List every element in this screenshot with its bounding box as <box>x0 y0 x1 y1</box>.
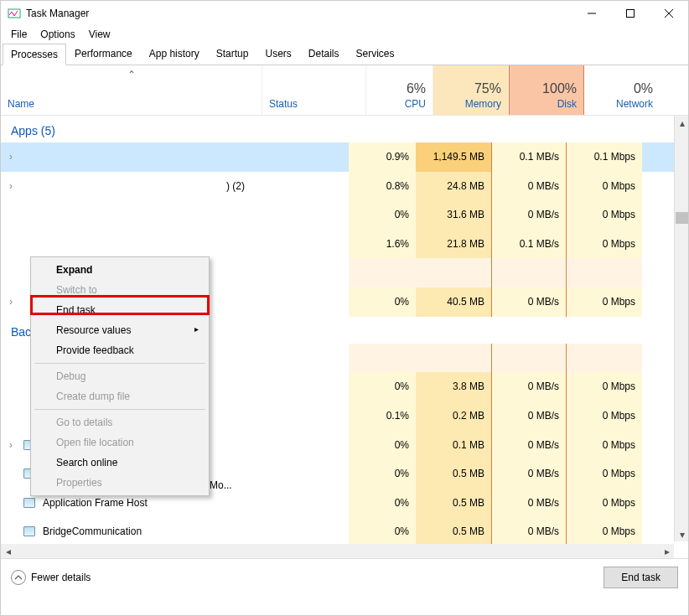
fewer-details-button[interactable]: Fewer details <box>11 570 91 585</box>
titlebar: Task Manager <box>1 1 688 26</box>
menu-bar: File Options View <box>1 26 688 43</box>
table-row[interactable]: 1.6% 21.8 MB 0.1 MB/s 0 Mbps <box>1 230 688 259</box>
context-resource-values[interactable]: Resource values▸ <box>33 320 207 340</box>
close-button[interactable] <box>650 1 688 26</box>
scroll-left-icon[interactable]: ◂ <box>1 544 15 558</box>
tab-processes[interactable]: Processes <box>3 44 66 65</box>
tab-users[interactable]: Users <box>256 43 299 65</box>
svg-rect-2 <box>627 10 635 18</box>
scroll-down-icon[interactable]: ▾ <box>675 527 688 541</box>
tab-details[interactable]: Details <box>300 43 348 65</box>
task-manager-icon <box>8 7 21 20</box>
chevron-right-icon: ▸ <box>194 324 199 334</box>
app-icon <box>21 526 38 536</box>
maximize-button[interactable] <box>611 1 650 26</box>
tab-services[interactable]: Services <box>348 43 403 65</box>
context-menu: Expand Switch to End task Resource value… <box>30 256 210 496</box>
table-row[interactable]: BridgeCommunication 0% 0.5 MB 0 MB/s 0 M… <box>1 517 688 546</box>
tab-bar: Processes Performance App history Startu… <box>1 43 688 65</box>
column-header-name[interactable]: ⌃ Name <box>1 65 262 115</box>
chevron-up-icon <box>11 570 26 585</box>
horizontal-scrollbar[interactable]: ◂ ▸ <box>1 544 674 558</box>
context-search-online[interactable]: Search online <box>33 453 207 473</box>
menu-separator <box>34 363 205 364</box>
context-properties: Properties <box>33 473 207 493</box>
context-debug: Debug <box>33 366 207 386</box>
app-icon <box>21 180 28 192</box>
tab-startup[interactable]: Startup <box>208 43 257 65</box>
table-row[interactable]: › XXXXXXXXXXXXXXXXXXXXXXXXXXXX) (2) 0.8%… <box>1 172 688 201</box>
expand-icon[interactable]: › <box>1 180 21 192</box>
window-title: Task Manager <box>26 8 89 19</box>
column-header-cpu[interactable]: 6% CPU <box>366 65 433 115</box>
vertical-scrollbar[interactable]: ▴ ▾ <box>674 116 688 541</box>
sort-caret-icon: ⌃ <box>127 69 136 80</box>
group-header-apps[interactable]: Apps (5) <box>1 116 688 142</box>
app-icon <box>21 151 38 163</box>
table-row[interactable]: › 0.9% 1,149.5 MB 0.1 MB/s 0.1 Mbps <box>1 142 688 172</box>
footer: Fewer details End task <box>1 558 688 596</box>
context-switch-to: Switch to <box>33 280 207 300</box>
window-controls <box>572 1 688 26</box>
context-end-task[interactable]: End task <box>33 300 207 320</box>
scroll-up-icon[interactable]: ▴ <box>675 116 688 130</box>
context-create-dump: Create dump file <box>33 386 207 406</box>
app-icon <box>21 498 38 508</box>
expand-icon[interactable]: › <box>1 296 21 308</box>
expand-icon[interactable] <box>1 238 21 250</box>
tab-app-history[interactable]: App history <box>141 43 208 65</box>
scroll-thumb[interactable] <box>676 212 688 224</box>
column-header-status[interactable]: Status <box>262 65 366 115</box>
context-expand[interactable]: Expand <box>33 260 207 280</box>
column-headers: ⌃ Name Status 6% CPU 75% Memory 100% Dis… <box>1 65 688 116</box>
context-open-file-location: Open file location <box>33 432 207 453</box>
column-header-memory[interactable]: 75% Memory <box>433 65 509 115</box>
scroll-right-icon[interactable]: ▸ <box>660 544 674 558</box>
table-row[interactable]: 0% 31.6 MB 0 MB/s 0 Mbps <box>1 200 688 230</box>
menu-file[interactable]: File <box>4 27 34 42</box>
tab-performance[interactable]: Performance <box>66 43 141 65</box>
menu-options[interactable]: Options <box>34 27 81 42</box>
expand-icon[interactable]: › <box>1 439 21 451</box>
expand-icon[interactable]: › <box>1 151 21 163</box>
end-task-button[interactable]: End task <box>604 567 678 588</box>
expand-icon[interactable] <box>1 209 21 220</box>
menu-separator <box>34 409 205 410</box>
process-table: ⌃ Name Status 6% CPU 75% Memory 100% Dis… <box>1 65 688 558</box>
column-header-network[interactable]: 0% Network <box>584 65 660 115</box>
truncated-name: Mo... <box>210 479 232 491</box>
column-header-disk[interactable]: 100% Disk <box>509 65 584 115</box>
context-provide-feedback[interactable]: Provide feedback <box>33 340 207 360</box>
menu-view[interactable]: View <box>82 27 117 42</box>
context-go-to-details: Go to details <box>33 412 207 432</box>
minimize-button[interactable] <box>572 1 611 26</box>
